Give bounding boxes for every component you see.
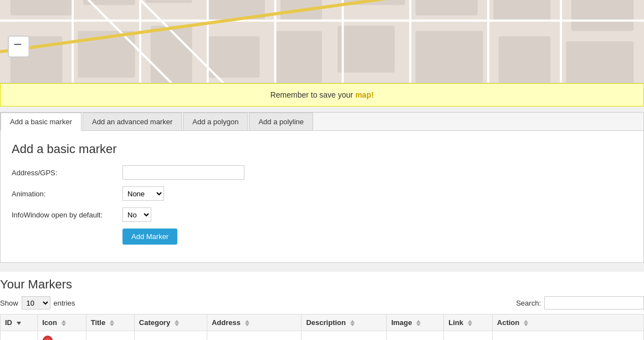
entries-label: entries xyxy=(54,299,75,307)
show-label: Show xyxy=(0,299,18,307)
cell-link xyxy=(444,331,492,341)
col-icon[interactable]: Icon xyxy=(38,314,86,331)
svg-rect-14 xyxy=(493,0,550,21)
svg-rect-12 xyxy=(338,26,395,72)
address-label: Address/GPS: xyxy=(12,169,122,177)
svg-rect-15 xyxy=(416,31,483,83)
svg-rect-16 xyxy=(499,36,551,83)
svg-rect-10 xyxy=(208,36,260,78)
cell-icon xyxy=(38,331,86,341)
col-id[interactable]: ID xyxy=(1,314,38,331)
sort-description-icon xyxy=(350,320,355,326)
cell-address: ρωμανού 3 χανια xyxy=(207,331,301,341)
tab-basic-marker[interactable]: Add a basic marker xyxy=(1,113,81,131)
map-area: Google ©2014 Δεδομένα χάρτη Google Όροι … xyxy=(0,0,644,83)
col-link[interactable]: Link xyxy=(444,314,492,331)
notice-bar: Remember to save your map! xyxy=(0,83,644,106)
notice-map-link[interactable]: map! xyxy=(355,90,374,99)
sort-image-icon xyxy=(416,320,421,326)
svg-rect-17 xyxy=(571,0,633,31)
cell-description xyxy=(301,331,386,341)
entries-select[interactable]: 10 25 50 100 xyxy=(22,296,50,309)
col-address[interactable]: Address xyxy=(207,314,301,331)
col-action[interactable]: Action xyxy=(492,314,643,331)
cell-image xyxy=(386,331,443,341)
col-description[interactable]: Description xyxy=(301,314,386,331)
svg-rect-11 xyxy=(275,31,322,83)
svg-rect-18 xyxy=(566,42,633,83)
cell-title xyxy=(86,331,134,341)
sort-id-icon xyxy=(17,322,21,325)
svg-rect-3 xyxy=(145,0,192,3)
svg-rect-9 xyxy=(151,26,192,83)
form-title: Add a basic marker xyxy=(12,142,632,156)
tabs-header: Add a basic marker Add an advanced marke… xyxy=(1,113,643,131)
form-content: Add a basic marker Address/GPS: Animatio… xyxy=(1,131,643,262)
svg-rect-13 xyxy=(416,0,478,16)
infowindow-select[interactable]: No Yes xyxy=(122,207,151,222)
col-image[interactable]: Image xyxy=(386,314,443,331)
markers-section: Your Markers Show 10 25 50 100 entries S… xyxy=(0,272,644,340)
sort-action-icon xyxy=(524,320,528,326)
add-marker-button[interactable]: Add Marker xyxy=(122,229,177,245)
address-row: Address/GPS: xyxy=(12,165,632,180)
col-title[interactable]: Title xyxy=(86,314,134,331)
infowindow-label: InfoWindow open by default: xyxy=(12,211,122,219)
markers-table: ID Icon Title Category Address xyxy=(0,314,644,340)
cell-category xyxy=(134,331,207,341)
svg-text:−: − xyxy=(13,36,22,53)
col-category[interactable]: Category xyxy=(134,314,207,331)
table-header-row: ID Icon Title Category Address xyxy=(1,314,644,331)
sort-category-icon xyxy=(175,320,179,326)
notice-text-before: Remember to save your xyxy=(270,90,355,99)
markers-title: Your Markers xyxy=(0,272,644,296)
show-entries: Show 10 25 50 100 entries xyxy=(0,296,75,309)
tab-polygon[interactable]: Add a polygon xyxy=(183,113,248,130)
sort-address-icon xyxy=(245,320,249,326)
table-controls: Show 10 25 50 100 entries Search: xyxy=(0,296,644,309)
address-input[interactable] xyxy=(122,165,244,180)
search-area: Search: xyxy=(516,296,644,309)
sort-title-icon xyxy=(110,320,114,326)
animation-label: Animation: xyxy=(12,190,122,198)
animation-select[interactable]: None Drop Bounce xyxy=(122,186,164,201)
pin-icon xyxy=(42,335,53,340)
tab-advanced-marker[interactable]: Add an advanced marker xyxy=(83,113,182,130)
table-row: 2 ρωμανού 3 χανια Edit | xyxy=(1,331,644,341)
search-label: Search: xyxy=(516,299,541,307)
infowindow-row: InfoWindow open by default: No Yes xyxy=(12,207,632,222)
cell-id: 2 xyxy=(1,331,38,341)
add-marker-row: Add Marker xyxy=(12,229,632,245)
search-input[interactable] xyxy=(544,296,644,309)
sort-icon-icon xyxy=(62,320,66,326)
cell-action: Edit | Edit Location | Delete xyxy=(492,331,643,341)
svg-rect-1 xyxy=(11,0,73,16)
sort-link-icon xyxy=(468,320,472,326)
animation-row: Animation: None Drop Bounce xyxy=(12,186,632,201)
tab-polyline[interactable]: Add a polyline xyxy=(249,113,313,130)
tabs-panel: Add a basic marker Add an advanced marke… xyxy=(0,112,644,263)
